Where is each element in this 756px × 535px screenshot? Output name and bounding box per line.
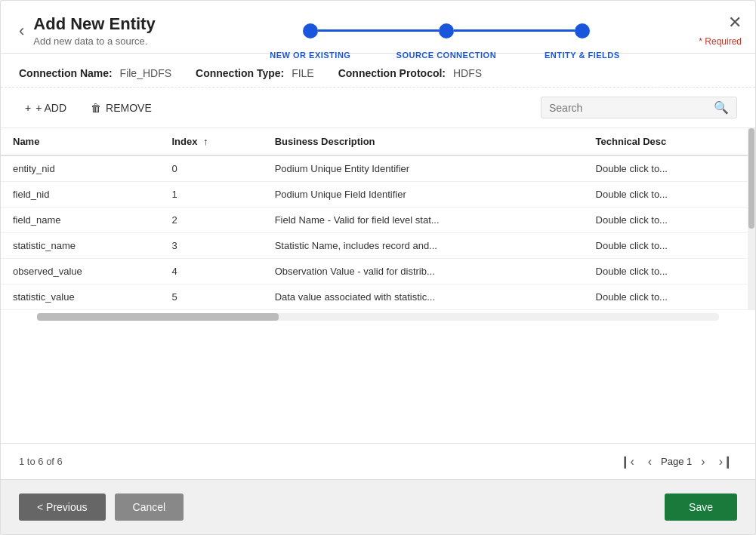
- remove-button[interactable]: 🗑 REMOVE: [85, 99, 158, 117]
- save-button[interactable]: Save: [665, 493, 737, 521]
- cell-business-desc: Podium Unique Field Identifier: [263, 182, 584, 208]
- trash-icon: 🗑: [91, 102, 101, 114]
- step-3-wrapper: ENTITY & FIELDS: [575, 23, 590, 38]
- cell-business-desc: Podium Unique Entity Identifier: [263, 155, 584, 182]
- horizontal-scrollbar-thumb[interactable]: [37, 313, 279, 321]
- table-row[interactable]: field_nid 1 Podium Unique Field Identifi…: [1, 182, 754, 208]
- step-2-label: SOURCE CONNECTION: [397, 51, 497, 60]
- step-3-circle: [575, 23, 590, 38]
- cell-name: entity_nid: [1, 155, 159, 182]
- step-3-label: ENTITY & FIELDS: [545, 51, 620, 60]
- table-row[interactable]: observed_value 4 Observation Value - val…: [1, 259, 754, 284]
- search-icon: 🔍: [714, 100, 729, 115]
- cell-technical-desc: Double click to...: [584, 259, 754, 284]
- modal-header: ‹ Add New Entity Add new data to a sourc…: [1, 1, 755, 54]
- table-row[interactable]: statistic_value 5 Data value associated …: [1, 284, 754, 310]
- modal-subtitle: Add new data to a source.: [33, 35, 155, 47]
- title-area: Add New Entity Add new data to a source.: [33, 14, 155, 47]
- pagination-summary: 1 to 6 of 6: [19, 456, 63, 467]
- cell-technical-desc: Double click to...: [584, 284, 754, 310]
- step-line-2: [454, 29, 575, 32]
- step-line-1: [318, 29, 439, 32]
- modal: ‹ Add New Entity Add new data to a sourc…: [0, 0, 756, 535]
- step-2-circle: [439, 23, 454, 38]
- pagination: 1 to 6 of 6 ❙‹ ‹ Page 1 › ›❙: [1, 443, 755, 479]
- connection-info: Connection Name: File_HDFS Connection Ty…: [1, 54, 755, 88]
- table-header-row: Name Index ↑ Business Description Techni…: [1, 128, 754, 155]
- previous-button[interactable]: < Previous: [19, 493, 106, 521]
- horizontal-scrollbar[interactable]: [37, 313, 719, 321]
- sort-icon: ↑: [203, 136, 208, 147]
- cell-technical-desc: Double click to...: [584, 155, 754, 182]
- cell-index: 0: [159, 155, 262, 182]
- add-label: + ADD: [35, 102, 66, 114]
- col-index[interactable]: Index ↑: [159, 128, 262, 155]
- search-container: 🔍: [541, 97, 737, 118]
- add-icon: +: [25, 102, 31, 114]
- cell-technical-desc: Double click to...: [584, 208, 754, 233]
- cell-technical-desc: Double click to...: [584, 233, 754, 259]
- toolbar: + + ADD 🗑 REMOVE 🔍: [1, 88, 755, 128]
- cell-index: 2: [159, 208, 262, 233]
- cell-index: 3: [159, 233, 262, 259]
- cell-name: statistic_name: [1, 233, 159, 259]
- step-2-wrapper: SOURCE CONNECTION: [439, 23, 454, 38]
- col-business-desc: Business Description: [263, 128, 584, 155]
- vertical-scrollbar[interactable]: [748, 128, 755, 310]
- table-row[interactable]: statistic_name 3 Statistic Name, include…: [1, 233, 754, 259]
- scrollbar-thumb[interactable]: [748, 128, 754, 229]
- stepper: NEW OR EXISTING SOURCE CONNECTION ENTITY…: [156, 23, 737, 38]
- conn-protocol-label: Connection Protocol: HDFS: [338, 67, 482, 79]
- next-page-button[interactable]: ›: [696, 454, 709, 470]
- table-row[interactable]: field_name 2 Field Name - Valid for fiel…: [1, 208, 754, 233]
- modal-title: Add New Entity: [33, 14, 155, 34]
- cell-technical-desc: Double click to...: [584, 182, 754, 208]
- pagination-controls: ❙‹ ‹ Page 1 › ›❙: [616, 453, 737, 470]
- cell-business-desc: Statistic Name, includes record and...: [263, 233, 584, 259]
- step-1-label: NEW OR EXISTING: [270, 51, 350, 60]
- step-1-circle: [303, 23, 318, 38]
- col-name: Name: [1, 128, 159, 155]
- prev-page-button[interactable]: ‹: [643, 454, 656, 470]
- cell-business-desc: Data value associated with statistic...: [263, 284, 584, 310]
- page-label: Page 1: [661, 456, 692, 467]
- table-row[interactable]: entity_nid 0 Podium Unique Entity Identi…: [1, 155, 754, 182]
- cell-index: 1: [159, 182, 262, 208]
- cell-index: 4: [159, 259, 262, 284]
- close-button[interactable]: ✕: [728, 13, 742, 32]
- cell-name: field_name: [1, 208, 159, 233]
- cell-name: statistic_value: [1, 284, 159, 310]
- cell-business-desc: Observation Value - valid for distrib...: [263, 259, 584, 284]
- cell-index: 5: [159, 284, 262, 310]
- required-note: * Required: [699, 36, 742, 47]
- table-container: Name Index ↑ Business Description Techni…: [1, 128, 755, 443]
- cancel-button[interactable]: Cancel: [115, 493, 184, 521]
- step-1-wrapper: NEW OR EXISTING: [303, 23, 318, 38]
- conn-name-label: Connection Name: File_HDFS: [19, 67, 171, 79]
- cell-name: observed_value: [1, 259, 159, 284]
- remove-label: REMOVE: [106, 102, 152, 114]
- add-button[interactable]: + + ADD: [19, 99, 73, 117]
- back-button[interactable]: ‹: [19, 21, 24, 41]
- search-input[interactable]: [549, 102, 714, 114]
- last-page-button[interactable]: ›❙: [714, 453, 737, 470]
- cell-name: field_nid: [1, 182, 159, 208]
- first-page-button[interactable]: ❙‹: [616, 453, 638, 470]
- cell-business-desc: Field Name - Valid for field level stat.…: [263, 208, 584, 233]
- entity-table: Name Index ↑ Business Description Techni…: [1, 128, 755, 310]
- col-technical-desc: Technical Desc: [584, 128, 754, 155]
- footer: < Previous Cancel Save: [1, 479, 755, 534]
- conn-type-label: Connection Type: FILE: [196, 67, 314, 79]
